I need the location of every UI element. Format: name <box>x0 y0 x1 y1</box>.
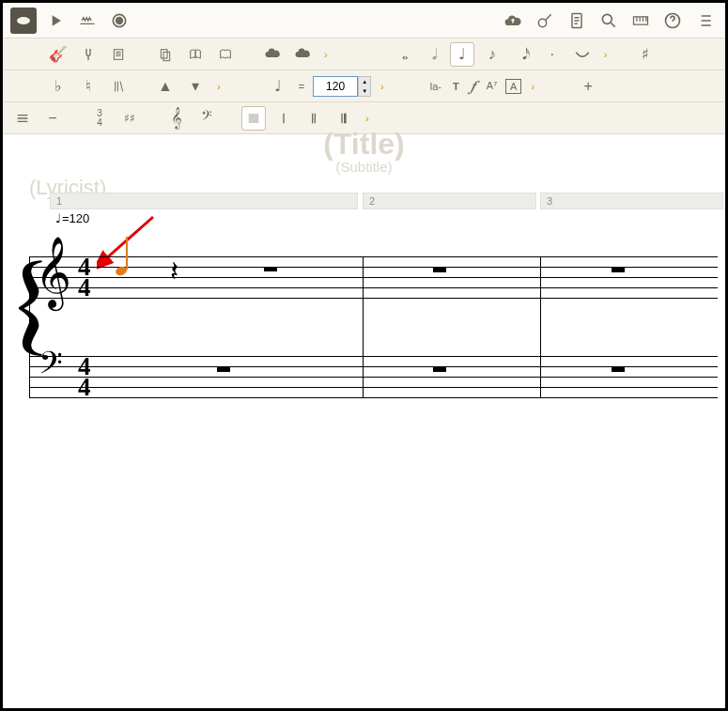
group-expand-icon[interactable]: › <box>362 113 373 124</box>
note-stem <box>126 237 128 270</box>
subtitle-placeholder[interactable]: (Subtitle) <box>335 159 392 175</box>
lyrics-tool[interactable]: la- <box>427 81 444 92</box>
svg-rect-9 <box>163 52 170 60</box>
key-sig-tool[interactable]: ♯♯ <box>117 106 142 131</box>
main-toolbar <box>3 3 725 39</box>
measure-number[interactable]: 3 <box>540 193 723 209</box>
document-icon[interactable] <box>564 8 590 34</box>
group-expand-icon[interactable]: › <box>377 81 388 92</box>
toolbar-instruments-notes: 🎸 › 𝅝 𝅗𝅥 ♩ ♪ 𝅘𝅥𝅯 · › ♯ <box>3 39 725 70</box>
whole-rest-icon[interactable] <box>433 268 446 272</box>
rehearsal-mark-tool[interactable]: A <box>505 79 521 94</box>
tempo-marking[interactable]: =120 <box>55 211 89 225</box>
natural-icon[interactable]: ♮ <box>76 74 101 99</box>
cloud-up-icon[interactable] <box>290 42 315 67</box>
whole-rest-icon[interactable] <box>612 367 625 372</box>
barline-double-tool[interactable] <box>302 106 326 131</box>
play-icon[interactable] <box>42 8 69 34</box>
title-placeholder[interactable]: (Title) <box>323 127 405 162</box>
toolbar-accidentals-text: ♭ ♮ ▲ ▾ › ♩ = ▲ ▼ › la- T 𝆑 A⁷ A › + <box>3 70 725 102</box>
tuning-fork-icon[interactable] <box>76 42 101 67</box>
sharp-icon[interactable]: ♯ <box>633 42 658 67</box>
svg-rect-7 <box>114 49 122 59</box>
svg-rect-8 <box>161 49 167 57</box>
guitar-icon[interactable] <box>532 8 558 34</box>
grand-staff: 𝄔 𝄞 4 4 𝄽 𝄢 4 <box>29 256 718 397</box>
list-icon[interactable] <box>691 8 718 34</box>
measure-number[interactable]: 2 <box>363 193 536 209</box>
whole-rest-icon[interactable] <box>217 367 230 372</box>
treble-staff[interactable]: 𝄞 4 4 𝄽 <box>29 256 718 298</box>
group-expand-icon[interactable]: › <box>527 81 538 92</box>
piano-keys-icon[interactable] <box>627 8 654 34</box>
treble-clef-tool[interactable]: 𝄞 <box>164 106 189 131</box>
tempo-input-wrap: ▲ ▼ <box>313 76 371 97</box>
score-canvas[interactable]: (Title) (Subtitle) (Lyricist) 1 2 3 =120… <box>3 134 725 708</box>
svg-point-1 <box>116 17 123 23</box>
treble-clef-icon: 𝄞 <box>35 241 71 303</box>
enharmonic-icon[interactable] <box>106 74 131 99</box>
bass-staff[interactable]: 𝄢 4 4 <box>29 356 718 397</box>
tempo-equals-label: = <box>296 81 307 92</box>
book-icon[interactable] <box>183 42 208 67</box>
group-expand-icon[interactable]: › <box>600 49 612 60</box>
dot-icon[interactable]: · <box>540 42 565 67</box>
time-signature[interactable]: 4 4 <box>78 356 91 397</box>
piano-keyboard-icon[interactable] <box>74 8 101 34</box>
time-sig-tool[interactable]: 3 4 <box>87 106 112 131</box>
cloud-down-icon[interactable] <box>260 42 285 67</box>
app-logo-icon[interactable] <box>10 8 37 34</box>
whole-rest-icon[interactable] <box>612 268 625 272</box>
whole-rest-icon[interactable] <box>433 367 446 372</box>
half-note-icon[interactable]: 𝅗𝅥 <box>420 42 444 67</box>
tempo-down-icon[interactable]: ▼ <box>359 86 370 96</box>
barline[interactable] <box>363 256 364 397</box>
guitar-small-icon[interactable]: 🎸 <box>46 42 70 67</box>
cloud-upload-icon[interactable] <box>500 8 526 34</box>
bass-clef-tool[interactable]: 𝄢 <box>194 106 219 131</box>
tempo-input[interactable] <box>313 76 358 97</box>
bass-clef-icon: 𝄢 <box>39 348 63 386</box>
help-icon[interactable] <box>659 8 686 34</box>
quarter-note-icon[interactable]: ♩ <box>450 42 474 67</box>
barline-single-tool[interactable] <box>271 106 296 131</box>
copy-icon[interactable] <box>153 42 178 67</box>
tempo-up-icon[interactable]: ▲ <box>359 77 370 86</box>
barline <box>29 256 30 397</box>
text-tool[interactable]: T <box>450 81 462 92</box>
accent-down-icon[interactable]: ▾ <box>183 74 208 99</box>
chord-tool[interactable]: A⁷ <box>484 80 500 92</box>
barline[interactable] <box>540 256 541 397</box>
group-expand-icon[interactable]: › <box>320 49 332 60</box>
group-expand-icon[interactable]: › <box>213 81 225 92</box>
accent-up-icon[interactable]: ▲ <box>153 74 178 99</box>
score-page-icon[interactable] <box>106 42 131 67</box>
minus-icon[interactable]: − <box>40 106 65 131</box>
menu-icon[interactable] <box>10 106 35 131</box>
search-icon[interactable] <box>596 8 622 34</box>
tie-icon[interactable] <box>570 42 595 67</box>
record-icon[interactable] <box>106 8 132 34</box>
half-rest-icon[interactable] <box>264 267 277 271</box>
svg-point-2 <box>538 19 546 26</box>
whole-note-icon[interactable]: 𝅝 <box>390 42 414 67</box>
flat-icon[interactable]: ♭ <box>46 74 70 99</box>
eighth-note-icon[interactable]: ♪ <box>480 42 504 67</box>
dynamics-tool[interactable]: 𝆑 <box>468 78 478 95</box>
system-break-tool[interactable] <box>241 106 266 131</box>
plus-icon[interactable]: + <box>576 74 600 99</box>
time-signature[interactable]: 4 4 <box>78 256 91 298</box>
tempo-note-icon: ♩ <box>266 74 290 99</box>
measure-number[interactable]: 1 <box>50 193 358 209</box>
pages-icon[interactable] <box>213 42 238 67</box>
sixteenth-note-icon[interactable]: 𝅘𝅥𝅯 <box>510 42 534 67</box>
svg-point-4 <box>602 14 612 23</box>
